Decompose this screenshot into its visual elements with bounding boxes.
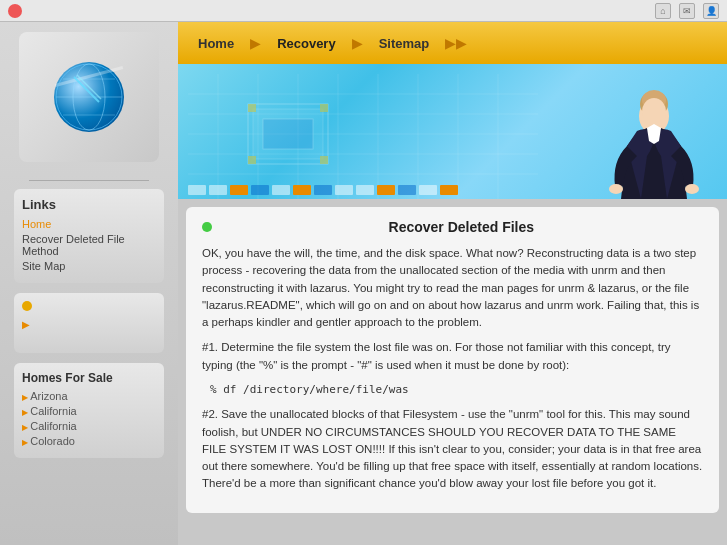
user-chrome-btn[interactable]: 👤 [703,3,719,19]
svg-rect-26 [320,156,328,164]
nav-arrow-2: ▶ [352,35,363,51]
hero-box-accent-1 [230,185,248,195]
homes-box: Homes For Sale Arizona California Califo… [14,363,164,458]
nav-home[interactable]: Home [186,30,246,57]
svg-point-30 [642,98,666,126]
links-title: Links [22,197,156,212]
content-body: OK, you have the will, the time, and the… [202,245,703,493]
svg-rect-22 [263,119,313,149]
link-home[interactable]: Home [22,218,156,230]
home-california-1[interactable]: California [22,405,156,417]
hero-bottom-bar [188,185,458,195]
hero-box-blue-2 [314,185,332,195]
hero-box-accent-3 [377,185,395,195]
browser-chrome-left [8,4,22,18]
code-line: % df /directory/where/file/was [210,382,703,399]
home-colorado[interactable]: Colorado [22,435,156,447]
homes-title: Homes For Sale [22,371,156,385]
content-para-1: OK, you have the will, the time, and the… [202,245,703,331]
left-sidebar: Links Home Recover Deleted File Method S… [0,22,178,545]
content-card: Recover Deleted Files OK, you have the w… [186,207,719,513]
svg-rect-24 [320,104,328,112]
link-recover[interactable]: Recover Deleted File Method [22,233,156,257]
hero-box-5 [356,185,374,195]
sidebar-box2: ▶ [14,293,164,353]
svg-point-32 [685,184,699,194]
content-para-2: #1. Determine the file system the lost f… [202,339,703,374]
sidebar-dot [22,301,32,311]
svg-rect-23 [248,104,256,112]
svg-line-5 [74,77,99,102]
hero-person [597,66,712,199]
sidebar-arrow: ▶ [22,319,30,330]
hero-decoration-svg [188,74,538,199]
sidebar-divider-1 [29,180,149,181]
nav-arrow-3: ▶▶ [445,35,467,51]
hero-box-2 [209,185,227,195]
globe-svg [49,57,129,137]
hero-box-blue-3 [398,185,416,195]
svg-line-6 [77,75,101,99]
content-para-3: #2. Save the unallocated blocks of that … [202,406,703,492]
hero-box-accent-4 [440,185,458,195]
right-content: Home ▶ Recovery ▶ Sitemap ▶▶ [178,22,727,545]
nav-bar: Home ▶ Recovery ▶ Sitemap ▶▶ [178,22,727,64]
main-content: Recover Deleted Files OK, you have the w… [178,199,727,545]
hero-box-3 [272,185,290,195]
link-sitemap[interactable]: Site Map [22,260,156,272]
hero-box-accent-2 [293,185,311,195]
globe-icon [49,57,129,137]
home-chrome-btn[interactable]: ⌂ [655,3,671,19]
nav-recovery[interactable]: Recovery [265,30,348,57]
hero-box-6 [419,185,437,195]
svg-point-31 [609,184,623,194]
nav-arrow-1: ▶ [250,35,261,51]
home-arizona[interactable]: Arizona [22,390,156,402]
browser-chrome: ⌂ ✉ 👤 [0,0,727,22]
content-card-header: Recover Deleted Files [202,219,703,235]
logo-area [19,32,159,162]
svg-rect-25 [248,156,256,164]
content-title: Recover Deleted Files [220,219,703,235]
person-svg [597,66,712,199]
browser-chrome-controls: ⌂ ✉ 👤 [655,3,719,19]
hero-box-1 [188,185,206,195]
mail-chrome-btn[interactable]: ✉ [679,3,695,19]
hero-banner [178,64,727,199]
hero-box-4 [335,185,353,195]
green-dot [202,222,212,232]
hero-box-blue-1 [251,185,269,195]
page-wrapper: Links Home Recover Deleted File Method S… [0,22,727,545]
links-box: Links Home Recover Deleted File Method S… [14,189,164,283]
browser-favicon [8,4,22,18]
nav-sitemap[interactable]: Sitemap [367,30,442,57]
home-california-2[interactable]: California [22,420,156,432]
